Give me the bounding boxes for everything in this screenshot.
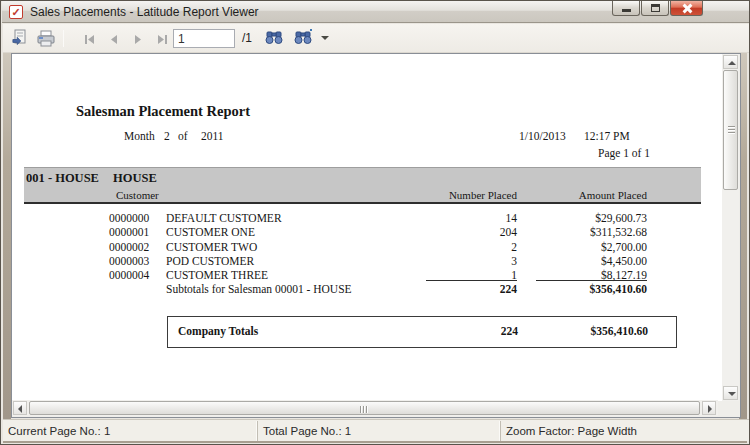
toolbar-separator (63, 30, 64, 47)
salesman-name: HOUSE (113, 171, 157, 186)
status-bar: Current Page No.: 1 Total Page No.: 1 Zo… (3, 419, 749, 441)
company-totals-number: 224 (418, 325, 518, 337)
customer-name: POD CUSTOMER (166, 255, 254, 267)
amount-placed: $4,450.00 (517, 255, 647, 267)
customer-id: 0000002 (109, 241, 149, 253)
minimize-button[interactable] (612, 1, 640, 16)
column-header-customer: Customer (116, 189, 159, 201)
zoom-icon (294, 28, 314, 48)
find-button[interactable] (263, 27, 285, 49)
maximize-button[interactable] (641, 1, 669, 16)
group-header-band: 001 - HOUSE HOUSE Customer Number Placed… (24, 167, 701, 204)
thumb-grip (366, 406, 367, 413)
year-value: 2011 (201, 130, 224, 142)
table-row: 0000000 DEFAULT CUSTOMER 14 $29,600.73 (12, 212, 722, 226)
scroll-up-icon (728, 61, 736, 65)
window-frame-left (3, 53, 11, 419)
subtotal-rule-amount (536, 280, 647, 281)
status-current-page: Current Page No.: 1 (3, 421, 258, 441)
subtotal-row: Subtotals for Salesman 00001 - HOUSE 224… (12, 283, 722, 297)
report-page: Salesman Placement Report Month 2 of 201… (12, 54, 722, 401)
vertical-scroll-thumb[interactable] (723, 70, 738, 190)
thumb-grip (728, 126, 735, 127)
thumb-grip (363, 406, 364, 413)
status-total-page: Total Page No.: 1 (258, 421, 501, 441)
print-button[interactable] (35, 27, 57, 49)
column-header-amount-placed: Amount Placed (519, 189, 647, 201)
month-value: 2 (164, 130, 170, 142)
month-label: Month (124, 130, 155, 142)
last-page-button[interactable] (150, 27, 172, 49)
subtotal-label: Subtotals for Salesman 00001 - HOUSE (166, 283, 352, 295)
horizontal-scroll-thumb[interactable] (29, 401, 700, 415)
scroll-right-icon (708, 405, 712, 413)
amount-placed: $29,600.73 (517, 212, 647, 224)
of-label: of (178, 130, 188, 142)
customer-id: 0000003 (109, 255, 149, 267)
zoom-button[interactable] (293, 27, 315, 49)
close-icon (681, 3, 692, 14)
previous-page-icon (110, 35, 118, 44)
company-totals-box: Company Totals 224 $356,410.60 (167, 316, 677, 348)
status-zoom-factor: Zoom Factor: Page Width (501, 421, 749, 441)
scroll-down-button[interactable] (723, 386, 738, 400)
amount-placed: $311,532.68 (517, 226, 647, 238)
first-page-icon (84, 35, 96, 44)
customer-name: CUSTOMER TWO (166, 241, 257, 253)
report-viewer-area: Salesman Placement Report Month 2 of 201… (11, 53, 741, 418)
zoom-dropdown-arrow-icon[interactable] (321, 36, 329, 40)
thumb-grip (728, 129, 735, 130)
next-page-button[interactable] (126, 27, 148, 49)
next-page-icon (134, 35, 142, 44)
print-icon (36, 28, 56, 48)
number-placed: 14 (417, 212, 517, 224)
window-title: Sales Placements - Latitude Report Viewe… (30, 1, 259, 23)
report-viewer-window: ✓ Sales Placements - Latitude Report Vie… (0, 0, 750, 445)
scroll-left-icon (18, 405, 22, 413)
maximize-icon (651, 4, 660, 12)
report-date: 1/10/2013 (519, 130, 566, 142)
table-row: 0000003 POD CUSTOMER 3 $4,450.00 (12, 255, 722, 269)
company-totals-amount: $356,410.60 (518, 325, 648, 337)
report-title: Salesman Placement Report (76, 103, 250, 120)
customer-name: DEFAULT CUSTOMER (166, 212, 282, 224)
close-button[interactable] (670, 1, 703, 16)
subtotal-rule-number (426, 280, 517, 281)
number-placed: 2 (417, 241, 517, 253)
salesman-code: 001 - HOUSE (26, 171, 99, 186)
first-page-button[interactable] (78, 27, 100, 49)
vertical-scrollbar[interactable] (722, 54, 739, 401)
scroll-left-button[interactable] (13, 401, 27, 415)
last-page-icon (156, 35, 168, 44)
customer-name: CUSTOMER THREE (166, 269, 268, 281)
thumb-grip (728, 132, 735, 133)
minimize-icon (622, 9, 631, 12)
scroll-right-button[interactable] (702, 401, 716, 415)
subtotal-number: 224 (417, 283, 517, 295)
page-number-label: Page 1 of 1 (598, 147, 650, 159)
customer-id: 0000001 (109, 226, 149, 238)
export-button[interactable] (9, 27, 31, 49)
report-time: 12:17 PM (584, 130, 630, 142)
customer-name: CUSTOMER ONE (166, 226, 255, 238)
find-icon (264, 28, 284, 48)
company-totals-label: Company Totals (178, 325, 258, 337)
previous-page-button[interactable] (102, 27, 124, 49)
customer-id: 0000000 (109, 212, 149, 224)
scroll-down-icon (728, 392, 736, 396)
column-header-number-placed: Number Placed (417, 189, 517, 201)
number-placed: 204 (417, 226, 517, 238)
export-icon (10, 28, 30, 48)
table-row: 0000002 CUSTOMER TWO 2 $2,700.00 (12, 241, 722, 255)
table-row: 0000001 CUSTOMER ONE 204 $311,532.68 (12, 226, 722, 240)
page-number-input[interactable] (173, 29, 235, 48)
number-placed: 3 (417, 255, 517, 267)
thumb-grip (360, 406, 361, 413)
title-bar: ✓ Sales Placements - Latitude Report Vie… (2, 1, 750, 23)
app-icon: ✓ (9, 5, 23, 19)
page-total-label: /1 (242, 27, 252, 49)
amount-placed: $2,700.00 (517, 241, 647, 253)
scroll-up-button[interactable] (723, 55, 738, 69)
horizontal-scrollbar[interactable] (12, 400, 718, 416)
subtotal-amount: $356,410.60 (517, 283, 647, 295)
